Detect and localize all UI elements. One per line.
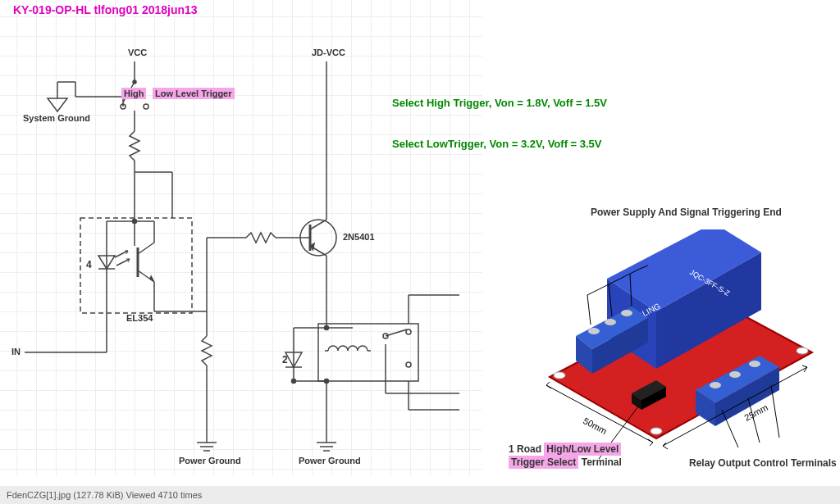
label-power-ground-1: Power Ground: [179, 456, 241, 465]
svg-rect-43: [318, 324, 418, 381]
note-low-trigger: Select LowTrigger, Von = 3.2V, Voff = 3.…: [392, 138, 602, 150]
svg-point-78: [797, 347, 808, 354]
svg-rect-8: [80, 218, 192, 313]
svg-point-79: [651, 428, 662, 434]
label-trigger-low: Low Level Trigger: [153, 89, 235, 98]
svg-text:50mm: 50mm: [582, 415, 609, 436]
footer-text: FdenCZG[1].jpg (127.78 KiB) Viewed 4710 …: [7, 490, 202, 500]
label-2n5401: 2N5401: [343, 232, 375, 242]
svg-point-4: [144, 104, 148, 109]
svg-point-88: [588, 328, 600, 334]
label-vcc: VCC: [128, 48, 147, 57]
svg-line-13: [116, 259, 130, 266]
svg-point-48: [406, 362, 411, 367]
label-el354: EL354: [126, 313, 153, 323]
label-in: IN: [11, 347, 21, 356]
svg-point-63: [325, 379, 329, 384]
svg-point-95: [729, 371, 741, 378]
svg-point-94: [710, 382, 721, 388]
label-power-ground-2: Power Ground: [299, 456, 361, 465]
label-trigger-select-terminal: 1 Road High/Low Level Trigger Select Ter…: [509, 443, 622, 469]
svg-line-15: [138, 243, 154, 254]
svg-point-96: [749, 361, 760, 367]
image-caption-footer: FdenCZG[1].jpg (127.78 KiB) Viewed 4710 …: [0, 486, 840, 504]
label-power-supply-end: Power Supply And Signal Triggering End: [591, 207, 782, 218]
label-pin2: 2: [282, 354, 288, 366]
svg-point-89: [605, 319, 616, 325]
note-high-trigger: Select High Trigger, Von = 1.8V, Voff = …: [392, 97, 607, 109]
label-pin4: 4: [86, 259, 92, 270]
svg-point-76: [554, 372, 565, 379]
label-jdvcc: JD-VCC: [312, 48, 345, 57]
schematic-diagram: [0, 0, 482, 475]
label-trigger-high: High: [121, 89, 146, 98]
svg-point-47: [406, 329, 411, 334]
label-relay-output-terminals: Relay Output Control Terminals: [689, 457, 837, 469]
svg-line-12: [115, 251, 128, 257]
diagram-title: KY-019-OP-HL tlfong01 2018jun13: [13, 3, 198, 16]
svg-point-90: [621, 310, 632, 316]
svg-marker-69: [48, 98, 67, 111]
svg-line-49: [386, 329, 407, 336]
label-system-ground: System Ground: [23, 113, 90, 123]
